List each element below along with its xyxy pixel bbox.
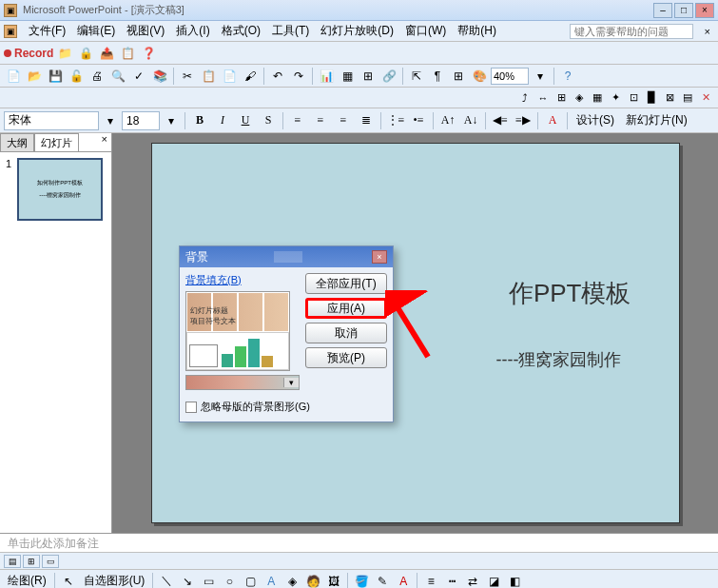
distribute-button[interactable]: ≣ (356, 111, 377, 130)
align-left-button[interactable]: ≡ (287, 111, 308, 130)
preview-button[interactable]: 预览(P) (305, 347, 387, 368)
permission-icon[interactable]: 🔓 (67, 67, 86, 86)
picture-icon[interactable]: 🖼 (324, 573, 343, 589)
expand-icon[interactable]: ⇱ (407, 67, 426, 86)
design-button[interactable]: 设计(S) (572, 111, 619, 130)
print-icon[interactable]: 🖨 (87, 67, 107, 86)
menu-edit[interactable]: 编辑(E) (71, 21, 121, 41)
redo-icon[interactable]: ↷ (289, 67, 308, 86)
underline-button[interactable]: U (235, 111, 256, 130)
decrease-indent-button[interactable]: ◀≡ (490, 111, 511, 130)
show-formatting-icon[interactable]: ¶ (428, 67, 447, 86)
italic-button[interactable]: I (212, 111, 233, 130)
font-color-button[interactable]: A (542, 111, 563, 130)
font-dropdown-icon[interactable]: ▾ (101, 111, 120, 130)
copy-icon[interactable]: 📋 (199, 67, 218, 86)
size-select[interactable]: 18 (122, 111, 160, 130)
oval-icon[interactable]: ○ (220, 573, 239, 589)
ext-icon-6[interactable]: ✦ (607, 90, 624, 106)
ext-icon-4[interactable]: ◈ (571, 90, 588, 106)
menu-file[interactable]: 文件(F) (23, 21, 71, 41)
line-color-icon[interactable]: ✎ (373, 573, 392, 589)
table-icon[interactable]: ▦ (338, 67, 357, 86)
line-style-icon[interactable]: ≡ (421, 573, 440, 589)
wordart-icon[interactable]: A (262, 573, 281, 589)
ext-icon-5[interactable]: ▦ (589, 90, 606, 106)
menu-insert[interactable]: 插入(I) (170, 21, 215, 41)
rectangle-icon[interactable]: ▭ (199, 573, 218, 589)
size-dropdown-icon[interactable]: ▾ (162, 111, 181, 130)
textbox-icon[interactable]: ▢ (241, 573, 260, 589)
new-slide-button[interactable]: 新幻灯片(N) (621, 111, 692, 130)
apply-all-button[interactable]: 全部应用(T) (305, 273, 387, 294)
shadow-button[interactable]: S (258, 111, 279, 130)
shadow-icon[interactable]: ◪ (484, 573, 503, 589)
tb-icon-2[interactable]: 🔒 (76, 44, 95, 63)
ext-icon-11[interactable]: ✕ (697, 90, 714, 106)
ext-icon-9[interactable]: ⊠ (661, 90, 678, 106)
paste-icon[interactable]: 📄 (220, 67, 239, 86)
color-icon[interactable]: 🎨 (470, 67, 489, 86)
menu-window[interactable]: 窗口(W) (399, 21, 452, 41)
increase-indent-button[interactable]: ≡▶ (513, 111, 534, 130)
numbering-button[interactable]: ⋮≡ (385, 111, 406, 130)
draw-menu[interactable]: 绘图(R) (4, 573, 50, 588)
line-icon[interactable]: ＼ (157, 573, 176, 589)
ext-icon-3[interactable]: ⊞ (553, 90, 570, 106)
bullets-button[interactable]: •≡ (408, 111, 429, 130)
slideshow-view-button[interactable]: ▭ (42, 555, 59, 568)
maximize-button[interactable]: □ (674, 3, 693, 18)
preview-icon[interactable]: 🔍 (108, 67, 127, 86)
tb-icon-4[interactable]: 📋 (118, 44, 137, 63)
dash-style-icon[interactable]: ┅ (442, 573, 461, 589)
fill-color-icon[interactable]: 🪣 (352, 573, 371, 589)
ext-icon-10[interactable]: ▤ (679, 90, 696, 106)
select-icon[interactable]: ↖ (59, 573, 78, 589)
zoom-select[interactable]: 40% (491, 68, 529, 85)
cut-icon[interactable]: ✂ (178, 67, 197, 86)
3d-icon[interactable]: ◧ (505, 573, 524, 589)
align-right-button[interactable]: ≡ (333, 111, 354, 130)
menu-format[interactable]: 格式(O) (216, 21, 266, 41)
menu-slideshow[interactable]: 幻灯片放映(D) (315, 21, 399, 41)
cancel-button[interactable]: 取消 (305, 323, 387, 343)
save-icon[interactable]: 💾 (46, 67, 65, 86)
autoshape-menu[interactable]: 自选图形(U) (80, 573, 149, 588)
tab-outline[interactable]: 大纲 (0, 133, 34, 151)
font-select[interactable]: 宋体 (4, 111, 99, 130)
font-color-icon[interactable]: A (394, 573, 413, 589)
dialog-close-button[interactable]: × (372, 250, 387, 264)
record-button[interactable]: Record (4, 47, 53, 60)
increase-font-button[interactable]: A↑ (437, 111, 458, 130)
undo-icon[interactable]: ↶ (268, 67, 287, 86)
tb-icon-5[interactable]: ❓ (139, 44, 158, 63)
decrease-font-button[interactable]: A↓ (460, 111, 481, 130)
bold-button[interactable]: B (189, 111, 210, 130)
close-button[interactable]: × (695, 3, 714, 18)
outline-close-button[interactable]: × (98, 133, 111, 151)
ext-icon-7[interactable]: ⊡ (625, 90, 642, 106)
align-center-button[interactable]: ≡ (310, 111, 331, 130)
tb-icon-3[interactable]: 📤 (97, 44, 116, 63)
diagram-icon[interactable]: ◈ (282, 573, 301, 589)
doc-close-button[interactable]: × (701, 26, 714, 37)
help-search-input[interactable] (570, 24, 693, 39)
fill-dropdown[interactable]: ▾ (185, 375, 300, 390)
format-painter-icon[interactable]: 🖌 (241, 67, 260, 86)
arrow-icon[interactable]: ↘ (178, 573, 197, 589)
hyperlink-icon[interactable]: 🔗 (379, 67, 398, 86)
ext-icon-1[interactable]: ⤴ (516, 90, 534, 106)
research-icon[interactable]: 📚 (150, 67, 169, 86)
menu-view[interactable]: 视图(V) (121, 21, 170, 41)
clipart-icon[interactable]: 🧑 (303, 573, 322, 589)
menu-tools[interactable]: 工具(T) (266, 21, 315, 41)
help-icon[interactable]: ? (558, 67, 577, 86)
menu-help[interactable]: 帮助(H) (452, 21, 502, 41)
tables-borders-icon[interactable]: ⊞ (359, 67, 378, 86)
spellcheck-icon[interactable]: ✓ (129, 67, 148, 86)
dropdown-arrow-icon[interactable]: ▾ (283, 378, 299, 387)
apply-button[interactable]: 应用(A) (305, 298, 387, 319)
tb-icon-1[interactable]: 📁 (55, 44, 74, 63)
normal-view-button[interactable]: ▤ (4, 555, 21, 568)
slide-thumbnail[interactable]: 如何制作PPT模板 ----狸窝家园制作 (17, 158, 103, 221)
